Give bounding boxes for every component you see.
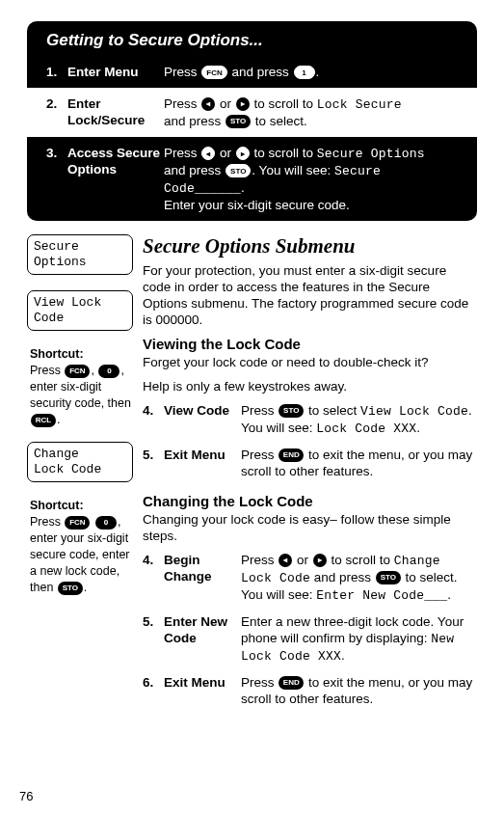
step-label: Exit Menu [164,447,241,479]
key-icon: FCN [65,365,90,378]
step-number: 5. [143,613,164,665]
step-number: 4. [143,402,164,437]
paragraph: Forget your lock code or need to double-… [143,354,477,370]
step-instruction: Press FCN and press 1. [164,64,458,80]
main-column: Secure Options Submenu For your protecti… [143,234,477,717]
step: 4.View CodePress STO to select View Lock… [143,402,477,437]
step-label: Enter New Code [164,613,241,665]
lcd-text: Lock Secure [317,97,402,112]
step: 5.Enter New CodeEnter a new three-digit … [143,613,477,665]
step-label: Enter Menu [67,64,164,80]
step-body: Press ◂ or ▸ to scroll to Change Lock Co… [241,552,477,604]
shortcut-body: Press FCN, 0, enter six-digit security c… [30,363,133,428]
steps-list: 4.Begin ChangePress ◂ or ▸ to scroll to … [143,552,477,707]
key-icon: ◂ [201,97,215,111]
key-icon: END [279,448,304,462]
step-body: Press END to exit the menu, or you may s… [241,674,477,707]
panel-step: 1.Enter MenuPress FCN and press 1. [40,56,464,88]
lcd-box-secure-options: SecureOptions [27,234,133,275]
lcd-box-view-lock-code: View LockCode [27,290,133,331]
paragraph: Help is only a few keystrokes away. [143,378,477,394]
lcd-text: New Lock Code XXX [241,632,454,664]
key-icon: STO [58,582,83,595]
step-instruction: Press ◂ or ▸ to scroll to Lock Secureand… [164,95,458,129]
key-icon: ▸ [236,97,250,111]
lcd-text: Change Lock Code [241,554,440,585]
step-number: 2. [46,95,67,129]
key-icon: STO [225,164,251,177]
sidebar: SecureOptions View LockCode Shortcut: Pr… [27,234,133,717]
step-number: 5. [143,447,164,479]
lcd-text: Secure Code______ [164,164,381,196]
key-icon: FCN [65,516,90,530]
lcd-text: Lock Code XXX [316,421,416,436]
step-body: Press END to exit the menu, or you may s… [241,447,477,479]
step-body: Press STO to select View Lock Code.You w… [241,402,477,437]
intro-paragraph: For your protection, you must enter a si… [143,262,477,328]
step-number: 4. [143,552,164,604]
shortcut-title: Shortcut: [30,346,133,363]
key-icon: 0 [98,365,119,378]
step: 6.Exit MenuPress END to exit the menu, o… [143,674,477,707]
shortcut-title: Shortcut: [30,498,133,514]
section-heading: Secure Options Submenu [143,234,477,258]
key-icon: STO [376,571,401,584]
lcd-text: Enter New Code___ [316,588,447,603]
key-icon: ◂ [279,554,292,567]
key-icon: STO [279,404,304,418]
panel-step: 3.Access Secure OptionsPress ◂ or ▸ to s… [40,137,464,221]
step-number: 1. [46,64,67,80]
key-icon: END [279,676,304,690]
step-number: 3. [46,145,67,213]
key-icon: 0 [95,516,117,530]
lcd-text: Secure Options [317,147,425,161]
steps-list: 4.View CodePress STO to select View Lock… [143,402,477,479]
panel-title: Getting to Secure Options... [40,29,464,56]
lcd-text: View Lock Code [360,404,468,419]
panel-step: 2.Enter Lock/SecurePress ◂ or ▸ to scrol… [27,88,477,137]
columns: SecureOptions View LockCode Shortcut: Pr… [27,234,477,717]
shortcut-1: Shortcut: Press FCN, 0, enter six-digit … [27,346,133,428]
key-icon: ◂ [201,147,215,160]
subheading-view: Viewing the Lock Code [143,336,477,352]
step-label: View Code [164,402,241,437]
step-label: Access Secure Options [67,145,164,213]
shortcut-2: Shortcut: Press FCN 0, enter your six-di… [27,498,133,596]
step-label: Enter Lock/Secure [67,95,164,129]
step-instruction: Press ◂ or ▸ to scroll to Secure Options… [164,145,458,213]
page-number: 76 [19,789,33,803]
step-label: Begin Change [164,552,241,604]
step-number: 6. [143,674,164,707]
shortcut-body: Press FCN 0, enter your six-digit secure… [30,514,133,596]
key-icon: RCL [31,414,56,427]
key-icon: FCN [201,66,226,79]
step-label: Exit Menu [164,674,241,707]
key-icon: ▸ [313,554,327,567]
subheading-change: Changing the Lock Code [143,493,477,509]
step-body: Enter a new three-digit lock code. Your … [241,613,477,665]
step: 5.Exit MenuPress END to exit the menu, o… [143,447,477,479]
key-icon: STO [225,115,251,128]
black-panel: Getting to Secure Options... 1.Enter Men… [27,21,477,221]
lcd-box-change-lock-code: ChangeLock Code [27,442,133,482]
key-icon: 1 [294,66,315,79]
step: 4.Begin ChangePress ◂ or ▸ to scroll to … [143,552,477,604]
page: Getting to Secure Options... 1.Enter Men… [0,0,504,717]
paragraph: Changing your lock code is easy– follow … [143,511,477,544]
key-icon: ▸ [236,147,250,160]
